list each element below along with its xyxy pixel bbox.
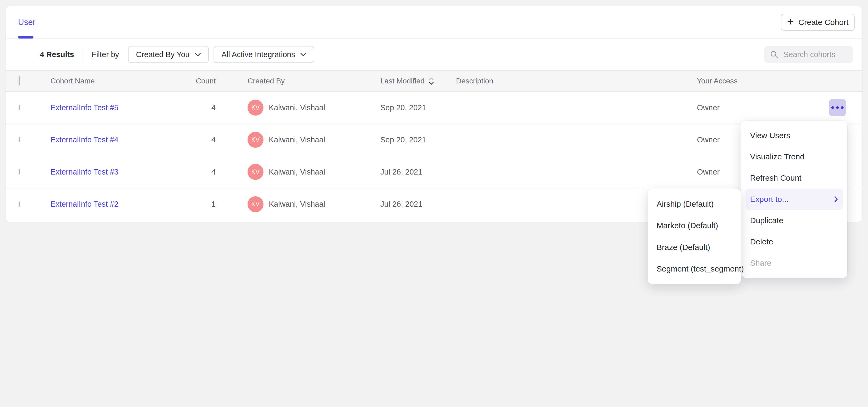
column-header-your-access: Your Access <box>697 77 829 85</box>
count-value: 1 <box>152 200 218 209</box>
create-cohort-label: Create Cohort <box>798 18 848 27</box>
table-row: ExternalInfo Test #3 4 KV Kalwani, Visha… <box>6 156 862 188</box>
tab-user-label: User <box>18 18 35 27</box>
row-actions-button[interactable] <box>829 99 846 116</box>
created-by-name: Kalwani, Vishaal <box>269 168 325 177</box>
context-menu: View Users Visualize Trend Refresh Count… <box>741 121 847 278</box>
tab-bar: User + Create Cohort <box>6 6 862 38</box>
column-header-cohort-name: Cohort Name <box>51 77 152 85</box>
row-checkbox[interactable] <box>19 169 20 175</box>
column-header-last-modified-sort[interactable]: Last Modified <box>380 76 434 86</box>
avatar: KV <box>248 100 264 116</box>
integrations-filter-value: All Active Integrations <box>221 50 295 59</box>
search-input[interactable] <box>783 50 847 59</box>
count-value: 4 <box>152 135 218 144</box>
avatar: KV <box>248 132 264 148</box>
last-modified-date: Jul 26, 2021 <box>380 200 456 209</box>
submenu-item-marketo[interactable]: Marketo (Default) <box>648 215 741 237</box>
column-header-count: Count <box>152 77 218 85</box>
menu-item-duplicate[interactable]: Duplicate <box>741 210 847 231</box>
filter-toolbar: 4 Results Filter by Created By You All A… <box>6 38 862 70</box>
row-checkbox[interactable] <box>19 105 20 110</box>
menu-item-view-users[interactable]: View Users <box>741 125 847 146</box>
cohort-name-link[interactable]: ExternalInfo Test #3 <box>51 168 119 176</box>
results-count: 4 Results <box>40 50 74 59</box>
tab-user[interactable]: User <box>18 6 35 38</box>
submenu-item-airship[interactable]: Airship (Default) <box>648 193 741 215</box>
last-modified-date: Sep 20, 2021 <box>380 135 456 144</box>
avatar: KV <box>248 196 264 212</box>
active-tab-indicator <box>18 36 33 38</box>
menu-item-visualize-trend[interactable]: Visualize Trend <box>741 146 847 167</box>
chevron-down-icon <box>301 53 306 56</box>
created-by-filter-value: Created By You <box>136 50 190 59</box>
last-modified-date: Jul 26, 2021 <box>380 168 456 177</box>
integrations-filter-dropdown[interactable]: All Active Integrations <box>214 46 314 63</box>
table-header-row: Cohort Name Count Created By Last Modifi… <box>6 70 862 92</box>
created-by-filter-dropdown[interactable]: Created By You <box>128 46 209 63</box>
submenu-item-segment[interactable]: Segment (test_segment) <box>648 258 741 280</box>
submenu-item-braze[interactable]: Braze (Default) <box>648 237 741 258</box>
chevron-right-icon <box>834 196 838 203</box>
cohort-name-link[interactable]: ExternalInfo Test #2 <box>51 200 119 208</box>
cohort-name-link[interactable]: ExternalInfo Test #4 <box>51 135 119 144</box>
menu-item-share: Share <box>741 252 847 274</box>
access-value: Owner <box>697 103 829 112</box>
count-value: 4 <box>152 103 218 112</box>
menu-item-delete[interactable]: Delete <box>741 231 847 252</box>
chevron-down-icon <box>195 53 201 56</box>
menu-item-export-to[interactable]: Export to... <box>746 189 843 210</box>
table-row: ExternalInfo Test #4 4 KV Kalwani, Visha… <box>6 124 862 156</box>
created-by-name: Kalwani, Vishaal <box>269 200 325 209</box>
menu-item-export-to-label: Export to... <box>750 195 788 204</box>
export-submenu: Airship (Default) Marketo (Default) Braz… <box>648 189 741 284</box>
row-checkbox[interactable] <box>19 137 20 143</box>
create-cohort-button[interactable]: + Create Cohort <box>781 14 855 31</box>
row-checkbox[interactable] <box>19 201 20 207</box>
created-by-name: Kalwani, Vishaal <box>269 103 325 112</box>
filter-by-label: Filter by <box>92 50 119 59</box>
last-modified-date: Sep 20, 2021 <box>380 103 456 112</box>
count-value: 4 <box>152 168 218 177</box>
select-all-checkbox[interactable] <box>19 76 20 86</box>
sort-icon <box>428 76 434 86</box>
table-row: ExternalInfo Test #5 4 KV Kalwani, Visha… <box>6 92 862 124</box>
avatar: KV <box>248 164 264 180</box>
plus-icon: + <box>787 16 794 27</box>
toolbar-divider <box>83 47 83 62</box>
column-header-created-by: Created By <box>218 77 380 85</box>
ellipsis-icon <box>831 106 843 109</box>
search-icon <box>770 50 778 60</box>
created-by-name: Kalwani, Vishaal <box>269 135 325 144</box>
column-header-last-modified: Last Modified <box>380 77 425 85</box>
column-header-description: Description <box>456 77 697 85</box>
cohort-name-link[interactable]: ExternalInfo Test #5 <box>51 103 119 112</box>
search-cohorts-box <box>764 46 853 63</box>
menu-item-refresh-count[interactable]: Refresh Count <box>741 167 847 189</box>
